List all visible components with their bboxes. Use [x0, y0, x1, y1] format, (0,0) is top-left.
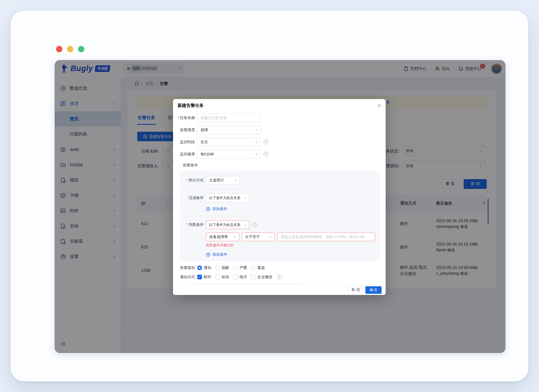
checkbox-wecom[interactable]: 企业微信 — [251, 274, 272, 280]
traffic-light-yellow — [67, 46, 73, 52]
threshold-placeholder: 请输入设备崩溃率的阈值，例如 0.0038（表示0.38... — [280, 234, 367, 239]
help-icon[interactable]: ? — [252, 222, 257, 227]
traffic-light-green — [78, 46, 84, 52]
period-value: 全天 — [200, 140, 208, 145]
radio-label: 提醒 — [222, 265, 229, 270]
period-select[interactable]: 全天 — [197, 138, 261, 146]
judge-condition-error: 判异条件不能为空 — [206, 243, 375, 248]
alert-level-label: 告警级别 — [177, 265, 195, 270]
radio-severe[interactable]: 严重 — [233, 265, 247, 270]
judge-condition-label: 判异条件 — [183, 222, 204, 227]
judge-condition-value: 以下条件为全且关系 — [209, 222, 240, 227]
dimension-select[interactable]: 崩溃 — [197, 126, 261, 134]
dimension-value: 崩溃 — [200, 127, 208, 133]
notify-method-label: 通知方式 — [177, 274, 195, 280]
modal-footer: 取 消 确 定 — [173, 285, 386, 295]
checkbox-icon — [233, 275, 238, 279]
radio-urgent[interactable]: 紧急 — [251, 265, 265, 270]
close-icon[interactable]: ✕ — [377, 103, 381, 108]
operator-value: 大于等于 — [245, 234, 260, 239]
judge-condition-select[interactable]: 以下条件为全且关系 — [206, 220, 249, 229]
mockup-frame: Bugly 专业版 视频 Android ∨ 文档中心 论坛 — [11, 11, 528, 381]
confirm-button[interactable]: 确 定 — [365, 286, 382, 294]
plus-circle-icon — [206, 207, 210, 211]
radio-icon — [215, 265, 220, 270]
radio-selected-icon — [197, 265, 202, 270]
condition-box: 统计方式 大盘统计 过滤条件 以下条件为全且关系 添加条 — [180, 171, 380, 261]
stat-method-select[interactable]: 大盘统计 — [206, 176, 240, 185]
period-label: 监控时段 — [177, 140, 195, 145]
radio-label: 紧急 — [257, 265, 265, 270]
metric-select[interactable]: 设备崩溃率 — [206, 233, 239, 241]
metric-value: 设备崩溃率 — [209, 234, 228, 239]
traffic-light-red — [56, 46, 62, 52]
checkbox-label: 短信 — [222, 274, 229, 280]
frequency-value: 每5分钟 — [200, 152, 214, 157]
modal-body: 任务名称 请输入任务名称 告警维度 崩溃 监控时段 全天 ? — [173, 112, 386, 288]
app-window: Bugly 专业版 视频 Android ∨ 文档中心 论坛 — [55, 60, 505, 353]
radio-label: 严重 — [239, 265, 247, 270]
add-condition-label: 添加条件 — [212, 252, 227, 257]
new-alert-task-modal: 新建告警任务 ✕ 任务名称 请输入任务名称 告警维度 崩溃 监控时段 — [173, 99, 386, 295]
radio-icon — [233, 265, 238, 270]
add-judge-condition-link[interactable]: 添加条件 — [206, 252, 375, 257]
add-filter-condition-link[interactable]: 添加条件 — [206, 206, 375, 211]
modal-header: 新建告警任务 ✕ — [173, 99, 386, 112]
add-condition-label: 添加条件 — [212, 206, 227, 211]
task-name-input[interactable]: 请输入任务名称 — [197, 114, 261, 122]
help-icon[interactable]: ? — [264, 140, 268, 144]
checkbox-icon — [251, 275, 256, 279]
help-icon[interactable]: ? — [264, 152, 268, 157]
condition-section-label: 告警条件 — [183, 163, 381, 168]
checkbox-label: 电话 — [239, 274, 247, 280]
radio-remind[interactable]: 提醒 — [215, 265, 229, 270]
filter-condition-select[interactable]: 以下条件为全且关系 — [206, 194, 249, 202]
traffic-lights — [56, 46, 84, 52]
radio-notice[interactable]: 通知 — [197, 265, 211, 270]
stat-method-value: 大盘统计 — [209, 178, 224, 183]
frequency-label: 监控频率 — [177, 152, 195, 157]
frequency-select[interactable]: 每5分钟 — [197, 150, 261, 159]
dashed-divider — [183, 216, 374, 216]
checkbox-label: 邮件 — [204, 274, 211, 280]
radio-icon — [251, 265, 256, 270]
dimension-label: 告警维度 — [177, 127, 195, 133]
help-icon[interactable]: ? — [277, 275, 282, 279]
checkbox-icon — [215, 275, 220, 279]
task-name-placeholder: 请输入任务名称 — [200, 115, 227, 120]
checkbox-email[interactable]: 邮件 — [197, 274, 211, 280]
cancel-button[interactable]: 取 消 — [348, 286, 363, 294]
plus-circle-icon — [206, 252, 210, 257]
stat-method-label: 统计方式 — [183, 178, 204, 183]
operator-select[interactable]: 大于等于 — [242, 233, 275, 241]
filter-condition-label: 过滤条件 — [183, 195, 204, 200]
checkbox-phone[interactable]: 电话 — [233, 274, 247, 280]
task-name-label: 任务名称 — [177, 115, 195, 120]
radio-label: 通知 — [204, 265, 211, 270]
threshold-input[interactable]: 请输入设备崩溃率的阈值，例如 0.0038（表示0.38... — [277, 233, 375, 241]
checkbox-label: 企业微信 — [257, 274, 272, 280]
filter-condition-value: 以下条件为全且关系 — [209, 196, 240, 200]
checkbox-checked-icon — [197, 275, 202, 279]
checkbox-sms[interactable]: 短信 — [215, 274, 229, 280]
modal-title: 新建告警任务 — [178, 103, 204, 108]
dashed-divider — [183, 189, 374, 189]
